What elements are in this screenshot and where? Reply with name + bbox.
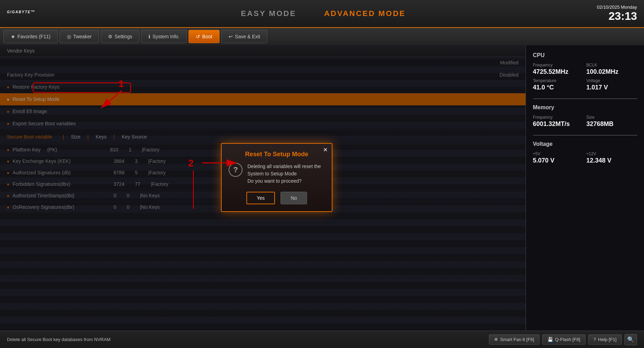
memory-freq-item: Frequency 6001.32MT/s (533, 115, 584, 128)
cpu-section-title: CPU (533, 52, 637, 58)
memory-size-label: Size (586, 115, 637, 120)
cpu-temp-label: Temperature (533, 78, 584, 83)
v5-label: +5V (533, 151, 584, 156)
time-display: 23:13 (597, 10, 637, 23)
cpu-voltage-value: 1.017 V (586, 84, 637, 91)
tweaker-icon: ◎ (67, 34, 71, 39)
favorites-icon: ★ (11, 34, 15, 39)
footer: Delete all Secure Boot key databases fro… (0, 331, 644, 348)
dialog-close-button[interactable]: ✕ (323, 147, 328, 153)
main-content: Vendor Keys Modified Factory Key Provisi… (0, 45, 644, 331)
dialog-buttons: Yes No (229, 192, 325, 204)
easy-mode-label[interactable]: EASY MODE (241, 9, 296, 18)
memory-size-item: Size 32768MB (586, 115, 637, 128)
cpu-info-grid: Frequency 4725.52MHz BCLK 100.02MHz Temp… (533, 63, 637, 91)
cpu-voltage-label: Voltage (586, 78, 637, 83)
logo: GIGABYTE™ (7, 8, 36, 19)
cpu-temp-value: 41.0 °C (533, 84, 584, 91)
tab-boot[interactable]: ↺ Boot (189, 30, 220, 43)
date-display: 02/10/2025 Monday (597, 5, 637, 10)
settings-icon: ⚙ (108, 34, 113, 39)
left-panel: Vendor Keys Modified Factory Key Provisi… (0, 45, 526, 331)
tab-sysinfo[interactable]: ℹ System Info. (141, 30, 187, 43)
v12-value: 12.348 V (586, 157, 637, 164)
cpu-frequency-label: Frequency (533, 63, 584, 68)
voltage-section: Voltage +5V 5.070 V +12V 12.348 V (533, 141, 637, 164)
search-button[interactable]: 🔍 (624, 334, 637, 345)
v5-value: 5.070 V (533, 157, 584, 164)
help-icon: ? (593, 337, 596, 342)
dialog-question-icon: ? (229, 163, 243, 177)
nav-tabs: ★ Favorites (F11) ◎ Tweaker ⚙ Settings ℹ… (0, 28, 644, 45)
v5-item: +5V 5.070 V (533, 151, 584, 164)
memory-freq-label: Frequency (533, 115, 584, 120)
memory-freq-value: 6001.32MT/s (533, 120, 584, 128)
sysinfo-icon: ℹ (148, 34, 150, 39)
advanced-mode-label[interactable]: ADVANCED MODE (324, 9, 406, 18)
memory-section: Memory Frequency 6001.32MT/s Size 32768M… (533, 104, 637, 128)
voltage-section-title: Voltage (533, 141, 637, 147)
footer-description: Delete all Secure Boot key databases fro… (7, 337, 110, 342)
header-clock: 02/10/2025 Monday 23:13 (597, 5, 637, 23)
cpu-voltage-item: Voltage 1.017 V (586, 78, 637, 91)
dialog-overlay: ✕ Reset To Setup Mode ? Deleting all var… (0, 45, 526, 331)
voltage-info-grid: +5V 5.070 V +12V 12.348 V (533, 151, 637, 164)
dialog-body: ? Deleting all variables will reset the … (229, 163, 325, 185)
cpu-section: CPU Frequency 4725.52MHz BCLK 100.02MHz … (533, 52, 637, 91)
saveexit-icon: ↩ (229, 34, 233, 39)
cpu-bclk-label: BCLK (586, 63, 637, 68)
tab-tweaker[interactable]: ◎ Tweaker (60, 30, 99, 43)
header: GIGABYTE™ EASY MODE ADVANCED MODE 02/10/… (0, 0, 644, 28)
tab-settings[interactable]: ⚙ Settings (101, 30, 140, 43)
header-modes: EASY MODE ADVANCED MODE (49, 9, 597, 18)
dialog-message: Deleting all variables will reset the Sy… (247, 163, 325, 185)
v12-item: +12V 12.348 V (586, 151, 637, 164)
search-icon: 🔍 (627, 336, 634, 343)
cpu-frequency-value: 4725.52MHz (533, 68, 584, 76)
smart-fan-icon: ❄ (494, 337, 498, 342)
dialog-title: Reset To Setup Mode (229, 151, 325, 158)
qflash-button[interactable]: 💾 Q-Flash [F8] (542, 334, 585, 345)
memory-info-grid: Frequency 6001.32MT/s Size 32768MB (533, 115, 637, 128)
cpu-bclk-value: 100.02MHz (586, 68, 637, 76)
v12-label: +12V (586, 151, 637, 156)
boot-icon: ↺ (196, 34, 200, 39)
reset-dialog: ✕ Reset To Setup Mode ? Deleting all var… (221, 143, 332, 212)
cpu-temp-item: Temperature 41.0 °C (533, 78, 584, 91)
tab-favorites[interactable]: ★ Favorites (F11) (3, 30, 58, 43)
cpu-frequency-item: Frequency 4725.52MHz (533, 63, 584, 76)
cpu-bclk-item: BCLK 100.02MHz (586, 63, 637, 76)
smart-fan-button[interactable]: ❄ Smart Fan 6 [F6] (489, 334, 539, 345)
help-button[interactable]: ? Help [F1] (588, 334, 622, 345)
dialog-no-button[interactable]: No (281, 192, 307, 204)
tab-saveexit[interactable]: ↩ Save & Exit (221, 30, 267, 43)
qflash-icon: 💾 (547, 337, 553, 342)
dialog-yes-button[interactable]: Yes (246, 192, 275, 204)
memory-size-value: 32768MB (586, 120, 637, 128)
footer-buttons: ❄ Smart Fan 6 [F6] 💾 Q-Flash [F8] ? Help… (489, 334, 637, 345)
right-panel: CPU Frequency 4725.52MHz BCLK 100.02MHz … (526, 45, 644, 331)
memory-section-title: Memory (533, 104, 637, 111)
